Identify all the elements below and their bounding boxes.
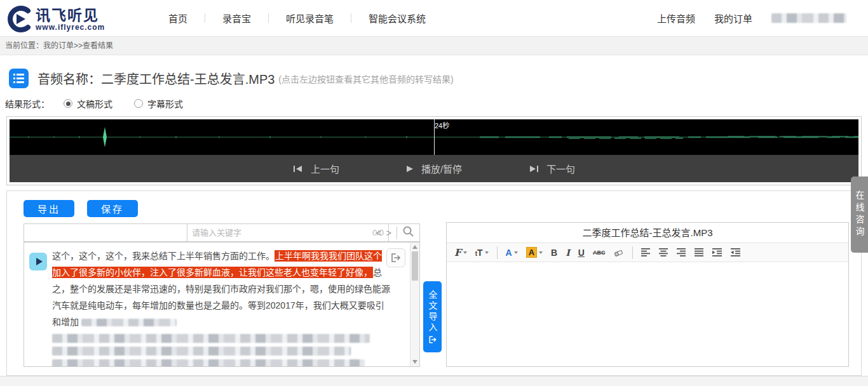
redacted-text bbox=[52, 347, 351, 356]
player-controls: 上一句 播放/暂停 下一句 bbox=[10, 155, 858, 182]
prev-sentence-button[interactable]: 上一句 bbox=[293, 162, 339, 175]
play-icon bbox=[36, 258, 43, 265]
align-right-icon bbox=[677, 248, 686, 256]
audio-list-button[interactable] bbox=[9, 69, 29, 88]
time-marker: 24秒 bbox=[435, 120, 449, 130]
sentence-play-button[interactable] bbox=[29, 253, 47, 270]
export-button[interactable]: 导出 bbox=[24, 200, 74, 217]
audio-player: 24秒 上一句 播放/暂停 下一句 bbox=[6, 116, 862, 185]
page: 讯飞听见 www.iflyrec.com 首页 录音宝 听见录音笔 智能会议系统… bbox=[0, 0, 868, 386]
online-support-label: 在线咨询 bbox=[853, 190, 866, 239]
scrollbar[interactable] bbox=[410, 243, 419, 366]
username-redacted[interactable] bbox=[771, 13, 846, 23]
font-size-button[interactable]: tT bbox=[475, 248, 489, 258]
waveform[interactable]: 24秒 bbox=[10, 119, 858, 155]
indent-icon bbox=[712, 248, 722, 256]
font-family-button[interactable]: F bbox=[454, 247, 467, 258]
play-icon bbox=[406, 165, 414, 173]
outdent-icon bbox=[731, 248, 741, 256]
redacted-text bbox=[52, 334, 370, 343]
nav-item-meeting[interactable]: 智能会议系统 bbox=[351, 11, 443, 25]
align-center-button[interactable] bbox=[659, 248, 668, 256]
save-button[interactable]: 保存 bbox=[87, 200, 138, 217]
scroll-thumb[interactable] bbox=[412, 251, 418, 281]
chevron-down-icon bbox=[539, 251, 543, 254]
main-nav: 首页 录音宝 听见录音笔 智能会议系统 bbox=[151, 0, 443, 36]
align-right-button[interactable] bbox=[677, 248, 686, 256]
nav-item-pen[interactable]: 听见录音笔 bbox=[269, 11, 351, 25]
format-option-label: 文稿形式 bbox=[77, 97, 112, 110]
import-full-text-button[interactable]: 全文导入 bbox=[423, 281, 442, 352]
align-left-icon bbox=[641, 248, 651, 256]
brand-url: www.iflyrec.com bbox=[36, 23, 105, 32]
search-input[interactable] bbox=[187, 228, 372, 237]
scroll-down-icon[interactable] bbox=[412, 360, 417, 364]
editor-title: 二季度工作总结-王总发言.MP3 bbox=[447, 223, 848, 243]
transcript-lead: 这个，这个，这个，我来总结下上半年销售方面的工作。 bbox=[52, 251, 275, 261]
nav-item-home[interactable]: 首页 bbox=[151, 11, 205, 25]
next-sentence-label: 下一句 bbox=[546, 162, 575, 175]
ear-play-icon bbox=[5, 4, 32, 35]
format-option-label: 字幕形式 bbox=[147, 97, 183, 110]
scroll-up-icon[interactable] bbox=[412, 245, 417, 249]
transcript-text[interactable]: 这个，这个，这个，我来总结下上半年销售方面的工作。上半年啊我我我们团队这个加入了… bbox=[52, 248, 390, 367]
audio-name: 音频名称：二季度工作总结-王总发言.MP3 bbox=[37, 69, 275, 88]
font-color-button[interactable]: A bbox=[506, 248, 518, 258]
divider bbox=[397, 227, 397, 239]
main-panel: 导出 保存 0/0 < > 这个，这个，这 bbox=[6, 190, 862, 376]
editor-toolbar: F tT A A B I U ABC bbox=[447, 243, 848, 262]
audio-hint: (点击左边按钮查看其它其他音频的转写结果) bbox=[278, 72, 453, 85]
prev-sentence-label: 上一句 bbox=[311, 162, 339, 175]
editor-body[interactable] bbox=[447, 262, 848, 366]
strikethrough-button[interactable]: ABC bbox=[593, 250, 606, 256]
align-left-button[interactable] bbox=[641, 248, 651, 256]
search-tools: < > bbox=[376, 224, 419, 241]
redacted-text bbox=[81, 319, 177, 326]
play-pause-button[interactable]: 播放/暂停 bbox=[406, 162, 462, 175]
my-orders-link[interactable]: 我的订单 bbox=[714, 11, 752, 25]
export-icon bbox=[428, 335, 437, 344]
redacted-text bbox=[52, 359, 365, 367]
search-next-button[interactable]: > bbox=[386, 229, 391, 237]
brand-logo[interactable]: 讯飞听见 www.iflyrec.com bbox=[5, 4, 105, 35]
upload-audio-link[interactable]: 上传音频 bbox=[657, 11, 695, 25]
align-justify-button[interactable] bbox=[695, 248, 704, 256]
brand-name: 讯飞听见 bbox=[36, 8, 105, 23]
format-option-document[interactable]: 文稿形式 bbox=[64, 97, 112, 110]
radio-icon[interactable] bbox=[64, 99, 72, 108]
page-bottom-strip bbox=[0, 376, 868, 386]
next-icon bbox=[529, 165, 539, 173]
online-support-tab[interactable]: 在线咨询 bbox=[851, 176, 868, 253]
chevron-down-icon bbox=[463, 251, 467, 254]
chevron-down-icon bbox=[485, 251, 489, 254]
clear-format-button[interactable] bbox=[613, 248, 624, 258]
format-option-subtitle[interactable]: 字幕形式 bbox=[134, 97, 183, 110]
underline-button[interactable]: U bbox=[578, 248, 585, 258]
indent-button[interactable] bbox=[712, 248, 722, 256]
search-button[interactable] bbox=[402, 225, 414, 240]
export-icon bbox=[390, 252, 402, 263]
next-sentence-button[interactable]: 下一句 bbox=[529, 162, 575, 175]
search-icon bbox=[402, 225, 414, 237]
list-icon bbox=[13, 74, 24, 83]
radio-icon[interactable] bbox=[134, 99, 143, 108]
prev-icon bbox=[293, 165, 303, 173]
divider bbox=[632, 246, 633, 259]
editor-panel: 二季度工作总结-王总发言.MP3 F tT A A B I U ABC bbox=[446, 222, 849, 367]
import-full-text-label: 全文导入 bbox=[426, 290, 439, 333]
align-center-icon bbox=[659, 248, 668, 256]
audio-title-row: 音频名称：二季度工作总结-王总发言.MP3 (点击左边按钮查看其它其他音频的转写… bbox=[9, 69, 454, 88]
chevron-down-icon bbox=[514, 251, 518, 254]
user-nav: 上传音频 我的订单 bbox=[657, 0, 846, 36]
result-format-row: 结果形式： 文稿形式 字幕形式 bbox=[5, 97, 205, 110]
nav-item-recorder[interactable]: 录音宝 bbox=[205, 11, 268, 25]
export-sentence-button[interactable] bbox=[386, 248, 405, 267]
eraser-icon bbox=[613, 248, 624, 258]
outdent-button[interactable] bbox=[731, 248, 741, 256]
italic-button[interactable]: I bbox=[566, 248, 570, 258]
play-pause-label: 播放/暂停 bbox=[421, 162, 462, 175]
bold-button[interactable]: B bbox=[551, 248, 557, 258]
highlight-color-button[interactable]: A bbox=[526, 247, 543, 258]
search-prev-button[interactable]: < bbox=[376, 229, 381, 237]
search-input-wrap: 0/0 bbox=[187, 223, 389, 242]
